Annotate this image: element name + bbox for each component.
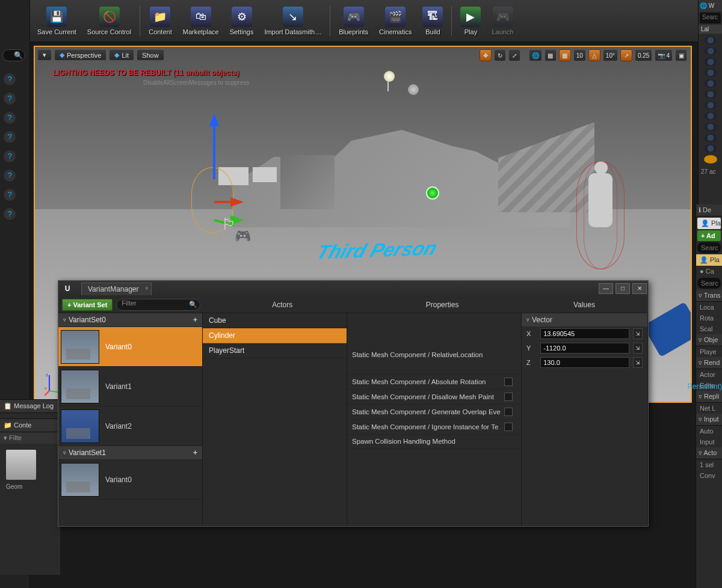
close-tab-icon[interactable]: × [145, 285, 149, 292]
close-button[interactable]: ✕ [632, 283, 647, 294]
reset-icon[interactable]: ⇲ [633, 343, 643, 354]
save-current-button[interactable]: 💾Save Current [32, 2, 81, 40]
property-row[interactable]: Static Mesh Component / Generate Overlap… [347, 405, 521, 420]
property-row[interactable]: Static Mesh Component / Absolute Rotatio… [347, 375, 521, 390]
component-row[interactable]: ● Ca [696, 266, 722, 277]
details-section-header[interactable]: ▿ Trans [696, 290, 722, 302]
details-row[interactable]: Auto [696, 426, 722, 436]
help-icon[interactable]: ? [4, 170, 16, 182]
help-icon[interactable]: ? [4, 112, 16, 124]
maximize-button[interactable]: □ [616, 283, 630, 294]
coord-space-toggle[interactable]: 🌐 [529, 49, 542, 61]
vector-z-input[interactable] [540, 357, 629, 368]
actor-row[interactable]: PlayerStart [203, 343, 347, 358]
add-variant-icon[interactable]: + [193, 449, 197, 457]
property-row[interactable]: Static Mesh Component / Disallow Mesh Pa… [347, 390, 521, 405]
transform-mode-rotate[interactable]: ↻ [494, 49, 506, 61]
property-row[interactable]: Static Mesh Component / RelativeLocation [347, 335, 521, 375]
variant-item[interactable]: Variant0 [58, 460, 202, 500]
transform-mode-move[interactable]: ✥ [480, 49, 492, 61]
reset-icon[interactable]: ⇲ [633, 328, 643, 339]
transform-mode-scale[interactable]: ⤢ [508, 49, 520, 61]
content-browser-header[interactable]: 📁 Conte [0, 419, 60, 432]
visibility-eye-icon[interactable] [704, 79, 717, 88]
visibility-eye-icon[interactable] [704, 36, 717, 44]
details-section-header[interactable]: ▿ Acto [696, 447, 722, 459]
actor-row[interactable]: Cube [203, 313, 347, 328]
details-section-header[interactable]: ▿ Repli [696, 391, 722, 403]
help-icon[interactable]: ? [4, 131, 16, 143]
details-search[interactable]: Searc [697, 278, 721, 289]
viewport-perspective-dropdown[interactable]: ◆Perspective [54, 49, 106, 61]
blueprints-button[interactable]: 🎮Blueprints [334, 2, 373, 40]
variant-item[interactable]: Variant2 [58, 406, 202, 446]
viewport-lit-dropdown[interactable]: ◆Lit [109, 49, 134, 61]
add-component-button[interactable]: + Ad [697, 230, 721, 241]
visibility-eye-icon[interactable] [704, 155, 717, 164]
variant-item[interactable]: Variant1 [58, 367, 202, 406]
reset-icon[interactable]: ⇲ [633, 357, 643, 368]
outliner-label-header[interactable]: Lal [699, 25, 722, 34]
vector-y-input[interactable] [540, 343, 629, 354]
add-variant-set-button[interactable]: + Variant Set [62, 299, 113, 311]
import-datasmith--button[interactable]: ↘Import Datasmith… [259, 2, 326, 40]
filters-button[interactable]: ▾ Filte [0, 432, 60, 444]
details-row[interactable]: Conv [696, 470, 722, 481]
launch-button[interactable]: 🎮Launch [487, 2, 518, 40]
filter-input[interactable]: Filter🔍 [116, 299, 200, 311]
visibility-eye-icon[interactable] [704, 90, 717, 99]
details-row[interactable]: Scal [696, 323, 722, 334]
scale-snap-value[interactable]: 0.25 [635, 49, 652, 61]
variant-set-header[interactable]: ▿VariantSet1+ [58, 446, 202, 460]
surface-snap-toggle[interactable]: ▦ [545, 49, 557, 61]
search-collapsed[interactable]: 🔍 [2, 49, 25, 61]
property-row[interactable]: Spawn Collision Handling Method [347, 435, 521, 449]
source-control-button[interactable]: 🚫Source Control [82, 2, 136, 40]
angle-snap-toggle[interactable]: △ [588, 49, 600, 61]
visibility-eye-icon[interactable] [704, 133, 717, 142]
transform-gizmo[interactable] [173, 107, 258, 239]
outliner-search[interactable]: Searc [700, 13, 721, 23]
viewport-show-dropdown[interactable]: Show [137, 49, 164, 61]
help-icon[interactable]: ? [4, 189, 16, 201]
details-section-header[interactable]: ▿ Input [696, 414, 722, 426]
camera-speed[interactable]: 📷 4 [655, 49, 673, 61]
visibility-eye-icon[interactable] [704, 123, 717, 131]
add-variant-icon[interactable]: + [193, 316, 197, 324]
details-row[interactable]: Playe [696, 346, 722, 357]
details-row[interactable]: 1 sel [696, 459, 722, 470]
vector-section-header[interactable]: ▿Vector [522, 313, 647, 326]
grid-snap-value[interactable]: 10 [573, 49, 586, 61]
help-icon[interactable]: ? [4, 208, 16, 220]
details-actor-dropdown[interactable]: 👤 Pla [697, 218, 721, 229]
variant-manager-tab[interactable]: VariantManager × [81, 283, 152, 295]
play-button[interactable]: ▶Play [455, 2, 486, 40]
property-row[interactable]: Static Mesh Component / Ignore Instance … [347, 420, 521, 435]
property-checkbox[interactable] [504, 393, 513, 401]
maximize-viewport[interactable]: ▣ [675, 49, 687, 61]
details-row[interactable]: Net L [696, 403, 722, 414]
component-row[interactable]: 👤 Pla [696, 254, 722, 266]
scale-snap-toggle[interactable]: ↗ [620, 49, 632, 61]
message-log-panel[interactable]: 📋 Message Log [0, 399, 60, 418]
variant-set-header[interactable]: ▿VariantSet0+ [58, 313, 202, 327]
visibility-eye-icon[interactable] [704, 144, 717, 153]
details-row[interactable]: Actor [696, 369, 722, 380]
folder-icon[interactable] [6, 450, 36, 480]
details-section-header[interactable]: ▿ Obje [696, 334, 722, 346]
visibility-eye-icon[interactable] [704, 47, 717, 55]
build-button[interactable]: 🏗Build [418, 2, 448, 40]
help-icon[interactable]: ? [4, 93, 16, 105]
details-search[interactable]: Searc [697, 242, 721, 253]
viewport-options-dropdown[interactable]: ▾ [37, 49, 52, 61]
cinematics-button[interactable]: 🎬Cinematics [374, 2, 416, 40]
details-row[interactable]: Rota [696, 313, 722, 323]
details-row[interactable]: Input [696, 436, 722, 447]
visibility-eye-icon[interactable] [704, 112, 717, 120]
angle-snap-value[interactable]: 10° [603, 49, 618, 61]
help-icon[interactable]: ? [4, 73, 16, 85]
variant-manager-titlebar[interactable]: U VariantManager × — □ ✕ [58, 281, 648, 296]
property-checkbox[interactable] [504, 408, 513, 416]
details-section-header[interactable]: ▿ Rend [696, 357, 722, 369]
marketplace-button[interactable]: 🛍Marketplace [178, 2, 224, 40]
